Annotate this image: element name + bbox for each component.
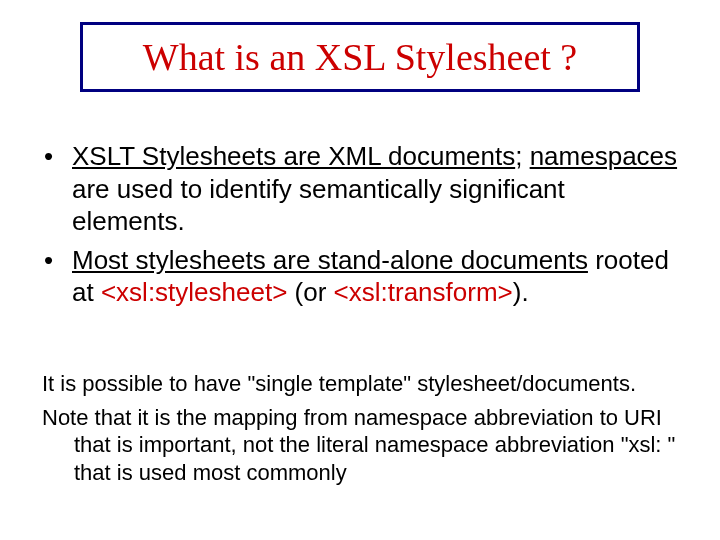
notes-block: It is possible to have "single template"… — [42, 370, 682, 492]
slide: What is an XSL Stylesheet ? • XSLT Style… — [0, 0, 720, 540]
bullet-list: • XSLT Stylesheets are XML documents; na… — [42, 140, 682, 315]
bullet-item: • XSLT Stylesheets are XML documents; na… — [42, 140, 682, 238]
bullet-text: Most stylesheets are stand-alone documen… — [72, 244, 682, 309]
code-red: <xsl:stylesheet> — [101, 277, 287, 307]
title-box: What is an XSL Stylesheet ? — [80, 22, 640, 92]
bullet-underlined: Most stylesheets are stand-alone documen… — [72, 245, 588, 275]
slide-title: What is an XSL Stylesheet ? — [143, 36, 577, 78]
bullet-underlined-2: namespaces — [530, 141, 677, 171]
bullet-underlined: XSLT Stylesheets are XML documents — [72, 141, 515, 171]
bullet-item: • Most stylesheets are stand-alone docum… — [42, 244, 682, 309]
bullet-end: ). — [513, 277, 529, 307]
bullet-text: XSLT Stylesheets are XML documents; name… — [72, 140, 682, 238]
note-paragraph: Note that it is the mapping from namespa… — [42, 404, 682, 487]
bullet-marker: • — [42, 140, 72, 173]
bullet-rest: are used to identify semantically signif… — [72, 174, 565, 237]
note-paragraph: It is possible to have "single template"… — [42, 370, 682, 398]
bullet-marker: • — [42, 244, 72, 277]
code-red: <xsl:transform> — [334, 277, 513, 307]
bullet-mid: (or — [287, 277, 333, 307]
bullet-semicolon: ; — [515, 141, 529, 171]
